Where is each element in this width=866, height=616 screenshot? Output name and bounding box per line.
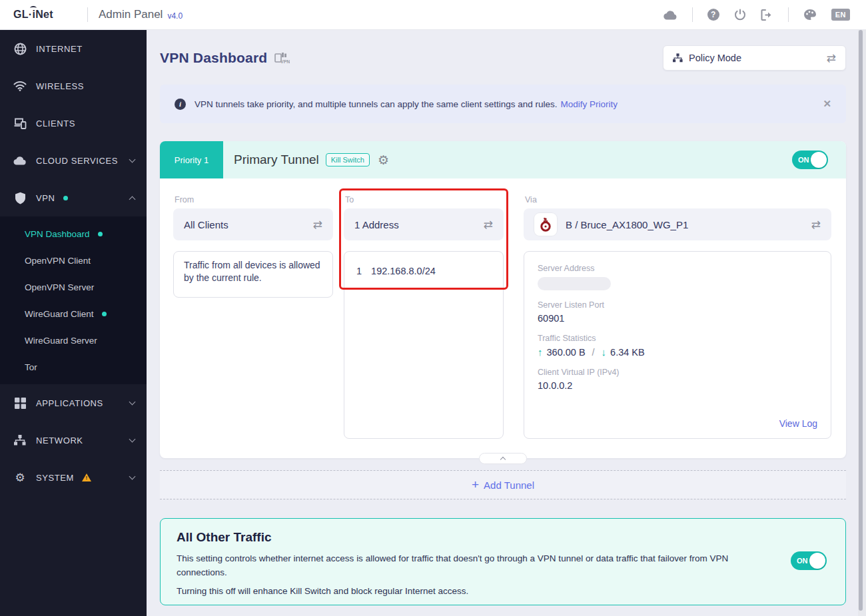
modify-priority-link[interactable]: Modify Priority bbox=[561, 99, 618, 109]
to-column: To 1 Address ⇄ 1 192.168.8.0/24 bbox=[344, 195, 504, 439]
wireguard-logo-icon bbox=[534, 213, 557, 236]
tunnel-title: Primary Tunnel bbox=[234, 153, 319, 167]
client-ip-value: 10.0.0.2 bbox=[538, 380, 817, 391]
swap-icon: ⇄ bbox=[484, 219, 493, 230]
to-selector[interactable]: 1 Address ⇄ bbox=[344, 208, 504, 240]
via-selector[interactable]: B / Bruce_AX1800_WG_P1 ⇄ bbox=[524, 208, 831, 240]
download-value: 6.34 KB bbox=[610, 347, 645, 358]
policy-mode-select[interactable]: Policy Mode ⇄ bbox=[663, 45, 846, 71]
status-dot bbox=[63, 196, 68, 200]
toggle-knob bbox=[809, 553, 825, 569]
sidebar-item-internet[interactable]: INTERNET bbox=[0, 30, 147, 67]
view-log-link[interactable]: View Log bbox=[779, 418, 817, 429]
palette-icon[interactable] bbox=[803, 9, 817, 21]
tunnel-card: Priority 1 Primary Tunnel Kill Switch ⚙ … bbox=[160, 141, 846, 458]
app-title: Admin Panel bbox=[99, 8, 163, 21]
svg-text:VPN: VPN bbox=[280, 59, 290, 64]
chevron-down-icon bbox=[129, 473, 136, 479]
grid-icon bbox=[13, 398, 27, 409]
toggle-knob bbox=[811, 152, 827, 168]
brand-logo: GL·iNet bbox=[0, 9, 77, 21]
from-description: Traffic from all devices is allowed by t… bbox=[173, 251, 333, 298]
power-icon[interactable] bbox=[734, 9, 746, 21]
cloud-icon[interactable] bbox=[663, 10, 677, 20]
sidebar-item-clients[interactable]: CLIENTS bbox=[0, 105, 147, 142]
top-bar: GL·iNet Admin Panel v4.0 ? EN bbox=[0, 0, 866, 30]
sidebar-item-tor[interactable]: Tor bbox=[0, 354, 147, 380]
listen-port-label: Server Listen Port bbox=[538, 300, 817, 310]
sidebar-item-cloud-services[interactable]: CLOUD SERVICES bbox=[0, 142, 147, 179]
sidebar-item-applications[interactable]: APPLICATIONS bbox=[0, 384, 147, 422]
chevron-down-icon bbox=[129, 156, 136, 162]
sitemap-icon bbox=[13, 435, 27, 446]
all-other-traffic-line1: This setting controls whether internet a… bbox=[177, 552, 763, 580]
sidebar: INTERNET WIRELESS CLIENTS CLOUD SERVICES… bbox=[0, 30, 147, 616]
policy-mode-label: Policy Mode bbox=[689, 53, 741, 63]
all-other-traffic-line2: Turning this off will enhance Kill Switc… bbox=[177, 586, 763, 596]
chevron-up-icon bbox=[129, 196, 136, 202]
tunnel-header: Priority 1 Primary Tunnel Kill Switch ⚙ … bbox=[160, 141, 846, 178]
scrollbar-thumb[interactable] bbox=[859, 30, 863, 611]
scrollbar bbox=[858, 30, 866, 616]
divider bbox=[692, 7, 693, 22]
sidebar-item-wireguard-client[interactable]: WireGuard Client bbox=[0, 300, 147, 327]
via-column: Via B / Bruce_AX1800_WG_P1 ⇄ Server Addr… bbox=[524, 195, 831, 439]
close-icon[interactable]: ✕ bbox=[823, 98, 831, 110]
vpn-docs-icon[interactable]: VPN bbox=[274, 51, 290, 65]
traffic-statistics-label: Traffic Statistics bbox=[538, 334, 817, 343]
sidebar-item-wireless[interactable]: WIRELESS bbox=[0, 67, 147, 105]
swap-icon: ⇄ bbox=[827, 53, 836, 64]
sidebar-item-vpn[interactable]: VPN bbox=[0, 179, 147, 216]
vpn-submenu: VPN Dashboard OpenVPN Client OpenVPN Ser… bbox=[0, 216, 147, 384]
download-arrow-icon: ↓ bbox=[602, 346, 607, 358]
devices-icon bbox=[13, 118, 27, 129]
chevron-down-icon bbox=[129, 398, 136, 405]
swap-icon: ⇄ bbox=[313, 219, 322, 230]
to-address-list: 1 192.168.8.0/24 bbox=[344, 251, 504, 439]
server-details-panel: Server Address Server Listen Port 60901 … bbox=[524, 251, 831, 439]
status-dot bbox=[98, 232, 103, 236]
collapse-tunnel-button[interactable] bbox=[479, 453, 527, 464]
wifi-icon bbox=[13, 81, 27, 91]
sidebar-item-openvpn-server[interactable]: OpenVPN Server bbox=[0, 274, 147, 300]
sidebar-item-system[interactable]: ⚙ SYSTEM bbox=[0, 459, 147, 496]
warning-icon bbox=[82, 473, 91, 481]
policy-mode-icon bbox=[673, 53, 683, 63]
help-icon[interactable]: ? bbox=[707, 9, 719, 21]
upload-arrow-icon: ↑ bbox=[538, 346, 543, 358]
sidebar-item-wireguard-server[interactable]: WireGuard Server bbox=[0, 327, 147, 354]
sidebar-item-vpn-dashboard[interactable]: VPN Dashboard bbox=[0, 220, 147, 247]
main-content: VPN Dashboard VPN Policy Mode ⇄ i VPN tu… bbox=[147, 30, 866, 616]
sidebar-item-network[interactable]: NETWORK bbox=[0, 422, 147, 459]
gear-icon[interactable]: ⚙ bbox=[378, 154, 389, 166]
priority-badge: Priority 1 bbox=[160, 141, 223, 178]
from-selector[interactable]: All Clients ⇄ bbox=[173, 208, 333, 240]
kill-switch-badge: Kill Switch bbox=[326, 153, 370, 166]
logout-icon[interactable] bbox=[761, 9, 773, 21]
all-other-traffic-title: All Other Traffic bbox=[177, 530, 829, 545]
divider bbox=[87, 7, 88, 22]
app-version: v4.0 bbox=[167, 11, 183, 21]
listen-port-value: 60901 bbox=[538, 313, 817, 324]
via-label: Via bbox=[524, 195, 831, 205]
sidebar-item-openvpn-client[interactable]: OpenVPN Client bbox=[0, 247, 147, 274]
globe-icon bbox=[13, 43, 27, 55]
shield-icon bbox=[13, 192, 27, 204]
tunnel-toggle[interactable]: ON bbox=[792, 151, 828, 169]
client-ip-label: Client Virtual IP (IPv4) bbox=[538, 368, 817, 377]
swap-icon: ⇄ bbox=[811, 219, 821, 230]
address-list-item: 1 192.168.8.0/24 bbox=[344, 252, 503, 290]
add-tunnel-button[interactable]: + Add Tunnel bbox=[160, 470, 846, 499]
from-label: From bbox=[173, 195, 333, 205]
from-column: From All Clients ⇄ Traffic from all devi… bbox=[173, 195, 333, 298]
chevron-up-icon bbox=[500, 457, 506, 462]
all-other-traffic-toggle[interactable]: ON bbox=[791, 551, 827, 570]
banner-text: VPN tunnels take priority, and multiple … bbox=[195, 99, 558, 109]
brand-logo-text: GL·iNet bbox=[13, 9, 53, 21]
info-banner: i VPN tunnels take priority, and multipl… bbox=[160, 85, 846, 123]
language-badge[interactable]: EN bbox=[831, 9, 850, 21]
info-icon: i bbox=[175, 99, 186, 110]
chevron-down-icon bbox=[129, 436, 136, 442]
plus-icon: + bbox=[472, 477, 479, 492]
server-address-label: Server Address bbox=[538, 264, 817, 273]
